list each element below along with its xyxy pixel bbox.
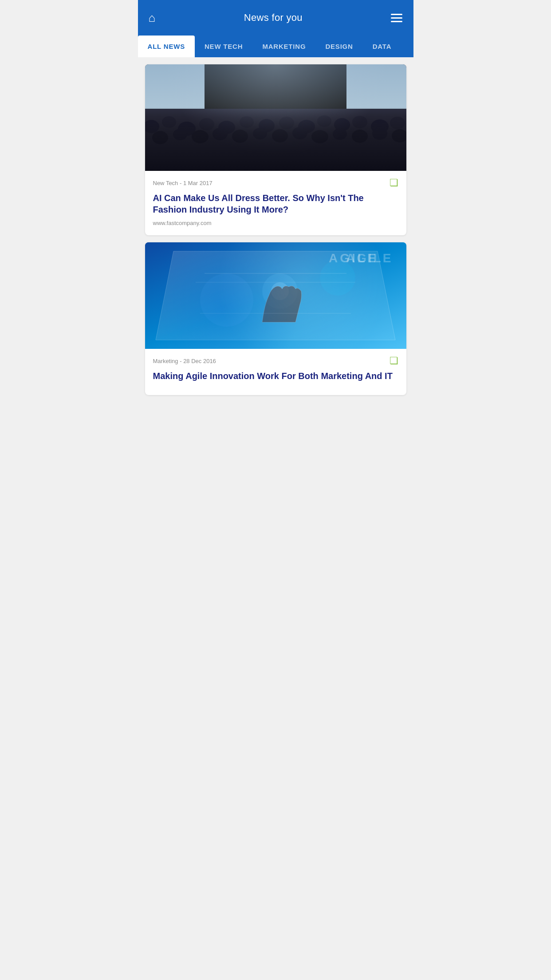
svg-point-26 <box>333 128 347 140</box>
article-meta-row: New Tech - 1 Mar 2017 ❏ <box>153 178 398 188</box>
svg-point-11 <box>298 120 315 133</box>
svg-point-20 <box>213 128 228 140</box>
agile-image-svg: AGILE <box>145 242 406 349</box>
menu-line-2 <box>391 17 402 19</box>
article-source: www.fastcompany.com <box>153 220 398 226</box>
svg-point-27 <box>352 130 368 143</box>
svg-rect-30 <box>145 242 406 349</box>
svg-point-21 <box>232 130 248 143</box>
svg-rect-1 <box>205 64 346 135</box>
tab-design[interactable]: DESIGN <box>315 36 362 57</box>
article-meta-row: Marketing - 28 Dec 2016 ❏ <box>153 356 398 366</box>
bookmark-icon[interactable]: ❏ <box>390 178 398 188</box>
svg-point-24 <box>292 127 307 139</box>
svg-rect-2 <box>145 109 406 171</box>
svg-point-6 <box>199 118 214 130</box>
header-title: News for you <box>244 12 303 24</box>
svg-point-39 <box>320 260 355 296</box>
tab-bar: ALL NEWS NEW TECH MARKETING DESIGN DATA <box>138 36 413 57</box>
svg-point-32 <box>262 273 298 309</box>
svg-point-29 <box>392 129 406 142</box>
bookmark-icon[interactable]: ❏ <box>390 356 398 366</box>
article-card[interactable]: New Tech - 1 Mar 2017 ❏ AI Can Make Us A… <box>145 64 406 235</box>
article-title[interactable]: AI Can Make Us All Dress Better. So Why … <box>153 192 398 215</box>
article-title[interactable]: Making Agile Innovation Work For Both Ma… <box>153 370 398 382</box>
svg-marker-31 <box>156 251 395 340</box>
article-image: AGILE <box>145 242 406 349</box>
tab-data[interactable]: DATA <box>363 36 401 57</box>
fashion-image-svg <box>145 64 406 171</box>
menu-icon[interactable] <box>391 14 402 22</box>
svg-point-18 <box>173 129 187 140</box>
svg-point-23 <box>272 129 288 142</box>
svg-rect-0 <box>145 64 406 171</box>
svg-point-17 <box>152 131 168 144</box>
article-meta: Marketing - 28 Dec 2016 <box>153 358 216 364</box>
article-body: New Tech - 1 Mar 2017 ❏ AI Can Make Us A… <box>145 171 406 235</box>
svg-point-9 <box>259 119 275 132</box>
svg-point-16 <box>390 117 405 129</box>
article-meta: New Tech - 1 Mar 2017 <box>153 180 213 186</box>
svg-point-22 <box>253 128 267 139</box>
tab-marketing[interactable]: MARKETING <box>252 36 315 57</box>
svg-point-13 <box>334 118 350 131</box>
svg-point-25 <box>311 130 328 143</box>
svg-text:AGILE: AGILE <box>329 251 378 265</box>
svg-point-3 <box>145 120 159 133</box>
svg-point-12 <box>317 115 331 127</box>
svg-point-7 <box>218 121 235 134</box>
home-icon[interactable]: ⌂ <box>149 11 156 25</box>
svg-point-10 <box>279 117 294 129</box>
tab-new-tech[interactable]: NEW TECH <box>195 36 252 57</box>
article-feed: New Tech - 1 Mar 2017 ❏ AI Can Make Us A… <box>138 57 413 402</box>
article-image <box>145 64 406 171</box>
app-header: ⌂ News for you <box>138 0 413 36</box>
svg-point-33 <box>271 282 289 300</box>
svg-point-19 <box>192 130 209 143</box>
svg-point-14 <box>352 116 367 128</box>
article-card[interactable]: AGILE Marketing - 28 Dec 2016 ❏ Making A… <box>145 242 406 395</box>
menu-line-1 <box>391 14 402 15</box>
svg-point-5 <box>178 122 196 136</box>
svg-point-8 <box>240 116 254 128</box>
svg-point-28 <box>372 127 387 140</box>
svg-point-15 <box>371 119 389 134</box>
article-body: Marketing - 28 Dec 2016 ❏ Making Agile I… <box>145 349 406 395</box>
menu-line-3 <box>391 21 402 22</box>
svg-point-4 <box>162 116 176 128</box>
svg-point-38 <box>200 273 253 327</box>
tab-all-news[interactable]: ALL NEWS <box>138 36 195 57</box>
